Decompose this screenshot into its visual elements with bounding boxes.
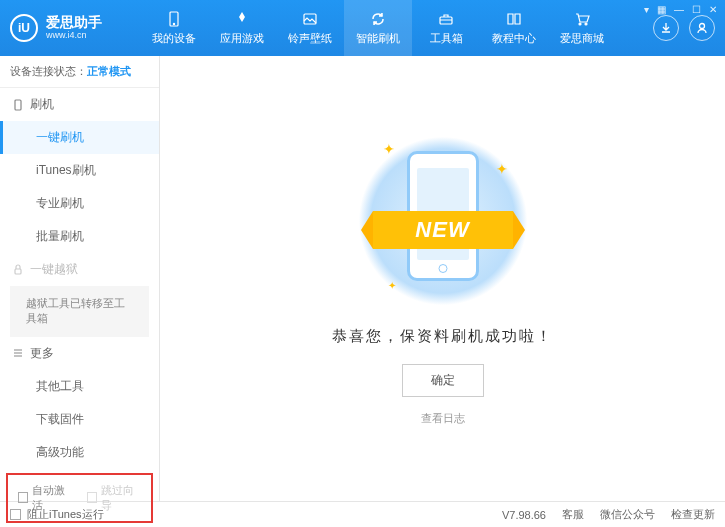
block-itunes-label: 阻止iTunes运行 [27,507,104,522]
svg-point-6 [700,24,705,29]
phone-icon [165,10,183,28]
nav-tutorial[interactable]: 教程中心 [480,0,548,56]
refresh-icon [369,10,387,28]
maximize-button[interactable]: ☐ [692,4,701,15]
version-label: V7.98.66 [502,509,546,521]
check-update-link[interactable]: 检查更新 [671,507,715,522]
svg-point-4 [579,23,581,25]
wechat-link[interactable]: 微信公众号 [600,507,655,522]
sidebar-other-tools[interactable]: 其他工具 [0,370,159,403]
sidebar-itunes-flash[interactable]: iTunes刷机 [0,154,159,187]
close-button[interactable]: ✕ [709,4,717,15]
status-value: 正常模式 [87,65,131,77]
main-nav: 我的设备 应用游戏 铃声壁纸 智能刷机 工具箱 [140,0,653,56]
nav-toolbox[interactable]: 工具箱 [412,0,480,56]
block-itunes-checkbox[interactable] [10,509,21,520]
sidebar-pro-flash[interactable]: 专业刷机 [0,187,159,220]
nav-label: 智能刷机 [356,31,400,46]
checkbox-icon [18,492,28,503]
new-ribbon: NEW [373,211,513,249]
nav-label: 教程中心 [492,31,536,46]
app-header: iU 爱思助手 www.i4.cn 我的设备 应用游戏 铃声壁纸 [0,0,725,56]
sidebar-one-key-flash[interactable]: 一键刷机 [0,121,159,154]
view-log-link[interactable]: 查看日志 [421,411,465,426]
main-content: ✦ ✦ ✦ NEW 恭喜您，保资料刷机成功啦！ 确定 查看日志 [160,56,725,501]
jailbreak-section-header: 一键越狱 [0,253,159,286]
connection-status: 设备连接状态：正常模式 [0,56,159,88]
book-icon [505,10,523,28]
sidebar-batch-flash[interactable]: 批量刷机 [0,220,159,253]
nav-my-device[interactable]: 我的设备 [140,0,208,56]
toolbox-icon [437,10,455,28]
logo-area: iU 爱思助手 www.i4.cn [10,14,140,42]
sidebar: 设备连接状态：正常模式 刷机 一键刷机 iTunes刷机 专业刷机 批量刷机 一… [0,56,160,501]
cart-icon [573,10,591,28]
nav-ringtones[interactable]: 铃声壁纸 [276,0,344,56]
svg-rect-7 [15,100,21,110]
nav-apps[interactable]: 应用游戏 [208,0,276,56]
lock-icon [12,264,24,276]
list-icon [12,347,24,359]
app-url: www.i4.cn [46,31,102,41]
success-illustration: ✦ ✦ ✦ NEW [363,131,523,311]
confirm-button[interactable]: 确定 [402,364,484,397]
customer-service-link[interactable]: 客服 [562,507,584,522]
nav-label: 爱思商城 [560,31,604,46]
app-title: 爱思助手 [46,15,102,30]
menu-button[interactable]: ▾ [644,4,649,15]
minimize-button[interactable]: — [674,4,684,15]
svg-rect-8 [15,269,21,274]
checkbox-icon [87,492,97,503]
phone-icon [12,99,24,111]
flash-section-header[interactable]: 刷机 [0,88,159,121]
sparkle-icon: ✦ [383,141,395,157]
sidebar-advanced[interactable]: 高级功能 [0,436,159,469]
sidebar-download-firmware[interactable]: 下载固件 [0,403,159,436]
nav-flash[interactable]: 智能刷机 [344,0,412,56]
nav-label: 工具箱 [430,31,463,46]
skin-button[interactable]: ▦ [657,4,666,15]
user-button[interactable] [689,15,715,41]
sparkle-icon: ✦ [496,161,508,177]
svg-point-5 [585,23,587,25]
sparkle-icon: ✦ [388,280,396,291]
nav-label: 应用游戏 [220,31,264,46]
jailbreak-moved-note[interactable]: 越狱工具已转移至工具箱 [10,286,149,337]
nav-store[interactable]: 爱思商城 [548,0,616,56]
nav-label: 我的设备 [152,31,196,46]
picture-icon [301,10,319,28]
nav-label: 铃声壁纸 [288,31,332,46]
more-section-header[interactable]: 更多 [0,337,159,370]
download-button[interactable] [653,15,679,41]
svg-point-1 [173,23,174,24]
logo-icon: iU [10,14,38,42]
apps-icon [233,10,251,28]
success-message: 恭喜您，保资料刷机成功啦！ [332,327,553,346]
